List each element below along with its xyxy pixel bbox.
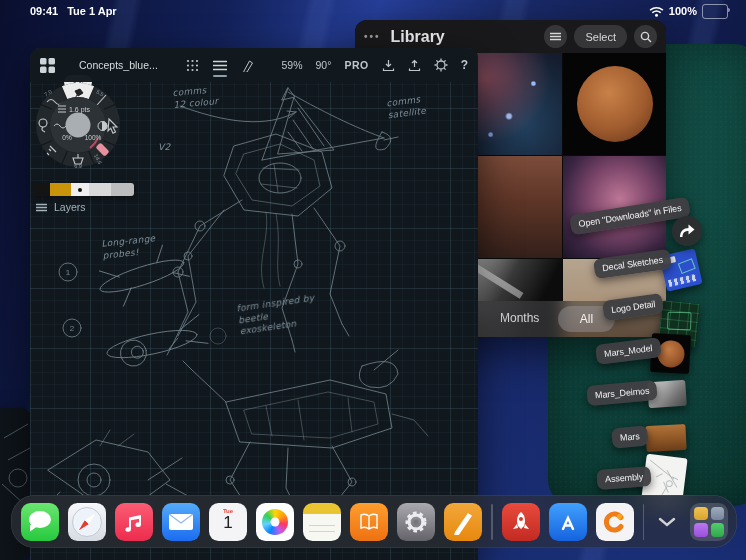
- mail-app-icon[interactable]: [162, 503, 200, 541]
- help-button[interactable]: ?: [461, 58, 468, 72]
- books-app-icon[interactable]: [350, 503, 388, 541]
- app-store-icon[interactable]: [549, 503, 587, 541]
- library-title: Library: [391, 28, 445, 46]
- wifi-icon: [649, 6, 664, 17]
- layers-icon: [36, 203, 47, 212]
- document-title[interactable]: Concepts_blue...: [79, 59, 158, 71]
- probe-sketches: [59, 240, 226, 371]
- concepts-app-icon[interactable]: [596, 503, 634, 541]
- forward-arrow-icon: [678, 223, 696, 239]
- annotation-top-left: comms 12 colour: [172, 84, 219, 111]
- swatch-lightgray[interactable]: [89, 183, 111, 196]
- mars-globe-image: [577, 66, 653, 142]
- marker-1: 1: [66, 268, 71, 277]
- date: Tue 1 Apr: [67, 5, 117, 17]
- concepts-toolbar: Concepts_blue... 59% 90° PRO: [30, 48, 478, 82]
- marker-2: 2: [70, 324, 75, 333]
- calendar-day: 1: [209, 514, 247, 531]
- selected-swatch-dot: [78, 188, 82, 192]
- dock-divider: [643, 504, 645, 540]
- status-bar: 09:41 Tue 1 Apr 100%: [0, 0, 746, 22]
- rotation-value[interactable]: 90°: [316, 59, 332, 71]
- thumb-mars[interactable]: [645, 424, 686, 452]
- battery-icon: [702, 4, 728, 19]
- opacity-max: 100%: [85, 134, 102, 141]
- safari-app-icon[interactable]: [68, 503, 106, 541]
- photos-app-icon[interactable]: [256, 503, 294, 541]
- app-library-mini-1: [694, 507, 708, 521]
- select-button[interactable]: Select: [574, 25, 627, 48]
- calendar-app-icon[interactable]: Tue 1: [209, 503, 247, 541]
- photo-mars-globe[interactable]: [563, 53, 666, 155]
- import-icon[interactable]: [382, 59, 395, 72]
- dock-collapse-chevron[interactable]: [653, 503, 681, 541]
- satellite-boom: [471, 262, 524, 299]
- swatch-black[interactable]: [33, 183, 50, 196]
- rocket-app-icon[interactable]: [502, 503, 540, 541]
- color-swatch-bar: [33, 183, 134, 196]
- settings-app-icon[interactable]: [397, 503, 435, 541]
- share-forward-button[interactable]: [672, 216, 702, 246]
- messages-app-icon[interactable]: [21, 503, 59, 541]
- battery-percent: 100%: [669, 5, 697, 17]
- pro-badge[interactable]: PRO: [344, 59, 368, 71]
- app-library-mini-2: [711, 507, 725, 521]
- notes-app-icon[interactable]: [303, 503, 341, 541]
- app-library-icon[interactable]: [690, 503, 728, 541]
- annotation-comms-satellite: comms satellite: [386, 94, 427, 122]
- swatch-gray[interactable]: [111, 183, 134, 196]
- tab-months[interactable]: Months: [500, 311, 539, 325]
- layers-button[interactable]: Layers: [36, 201, 86, 213]
- layers-panel-icon[interactable]: [213, 60, 227, 71]
- concepts-app-window: 1 2 comms 12 colour comms satellite V2 L…: [30, 48, 478, 560]
- zoom-level[interactable]: 59%: [281, 59, 302, 71]
- search-icon[interactable]: [634, 25, 657, 48]
- pen-settings-icon[interactable]: [241, 59, 254, 72]
- view-options-icon[interactable]: [544, 25, 567, 48]
- stroke-width-label: 1.6 pts: [69, 106, 91, 114]
- swatch-gold[interactable]: [50, 183, 71, 196]
- app-library-mini-4: [711, 523, 725, 537]
- drag-label-mars[interactable]: Mars: [611, 425, 648, 448]
- lower-mech-sketch: [183, 350, 428, 502]
- opacity-min: 0%: [62, 134, 72, 141]
- drag-label-assembly[interactable]: Assembly: [596, 466, 651, 490]
- dock: Tue 1: [11, 495, 737, 548]
- dock-divider: [491, 504, 493, 540]
- clock: 09:41: [30, 5, 58, 17]
- layers-label: Layers: [54, 201, 86, 213]
- sketch-pen-app-icon[interactable]: [444, 503, 482, 541]
- export-icon[interactable]: [408, 59, 421, 72]
- swatch-white-selected[interactable]: [71, 183, 89, 196]
- precision-grid-icon[interactable]: [186, 59, 199, 72]
- music-app-icon[interactable]: [115, 503, 153, 541]
- settings-gear-icon[interactable]: [434, 58, 448, 72]
- app-library-mini-3: [694, 523, 708, 537]
- size-fill: 6.9: [74, 163, 82, 169]
- tool-wheel[interactable]: 1.6 1.6 pts: [32, 74, 126, 174]
- ipad-screen: Months All ••• Library Select: [0, 0, 746, 560]
- app-grid-icon[interactable]: [40, 58, 55, 73]
- annotation-version: V2: [158, 142, 170, 154]
- more-options-button[interactable]: •••: [364, 31, 381, 42]
